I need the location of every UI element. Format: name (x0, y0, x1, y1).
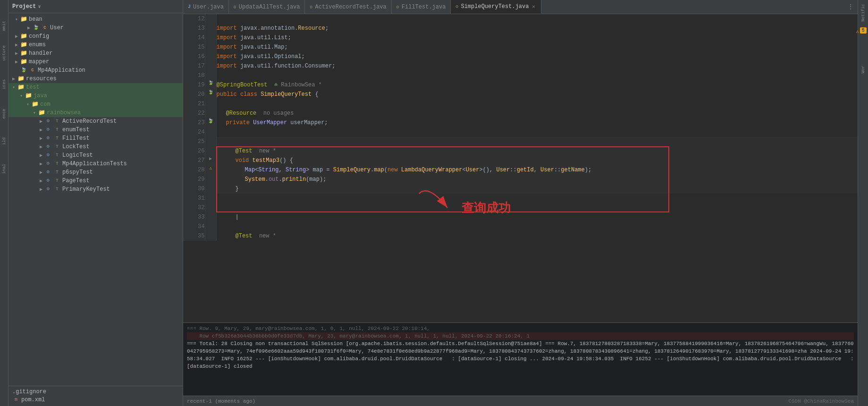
expand-arrow: ▶ (13, 59, 20, 65)
tree-item-pomxml[interactable]: m pom.xml (12, 396, 179, 404)
tree-item-enumtest[interactable]: ▶ ⚙ T enumTest (8, 126, 183, 134)
code-content[interactable]: Map<String, String> map = SimpleQuery.ma… (216, 165, 858, 175)
code-content[interactable]: import java.util.Map; (216, 42, 858, 52)
tree-item-bean[interactable]: ▾ 📁 bean (8, 15, 183, 24)
gutter-icon (205, 33, 216, 42)
expand-arrow: ▶ (38, 144, 44, 150)
tree-item-mp4app[interactable]: ▶ 🍃 C Mp4Application (8, 66, 183, 75)
tree-item-com[interactable]: ▾ 📁 com (8, 100, 183, 109)
structure-label[interactable]: ucture (1, 43, 8, 62)
line-number: 18 (183, 71, 205, 80)
services-label[interactable]: ices (1, 77, 8, 92)
tree-item-mapper[interactable]: ▶ 📁 mapper (8, 58, 183, 66)
sidebar-header: Project ∨ (8, 0, 183, 13)
line-number: 28 (183, 165, 205, 175)
code-content[interactable]: public class SimpleQueryTest { (216, 90, 858, 99)
code-content[interactable] (216, 14, 858, 24)
code-row-35: 35 @Test new * (183, 231, 858, 241)
test-icon: ⚙ (44, 143, 52, 151)
console-line: === Row. 9, Mary, 29, mary@rainbowsea.co… (187, 326, 430, 331)
class-icon: T (53, 143, 61, 151)
tree-item-java[interactable]: ▾ 📁 java (8, 92, 183, 100)
class-icon: T (53, 152, 61, 159)
code-content[interactable]: | (216, 212, 858, 222)
tab-more-button[interactable]: ⋮ (843, 0, 858, 14)
code-content[interactable] (216, 194, 858, 203)
tree-item-mp4apptests[interactable]: ▶ ⚙ T Mp4ApplicationTests (8, 160, 183, 168)
gutter-icon (205, 61, 216, 71)
code-content[interactable]: @Resource no usages (216, 109, 858, 118)
tree-label: User (50, 25, 64, 31)
tab-activerecord[interactable]: ⚙ ActiveRecordTest.java (305, 0, 391, 14)
line-number: 17 (183, 61, 205, 71)
tab-icon: ⚙ (396, 4, 399, 10)
tree-label: p6spyTest (62, 169, 93, 176)
code-row-20: 20 🍃 public class SimpleQueryTest { (183, 90, 858, 99)
tree-label: pom.xml (21, 397, 45, 403)
folder-icon: 📁 (17, 75, 25, 83)
code-content[interactable]: import java.util.List; (216, 33, 858, 42)
code-content[interactable] (216, 203, 858, 212)
tab-updataall[interactable]: ⚙ UpdataAllTest.java (229, 0, 305, 14)
tree-item-resources[interactable]: ▶ 📁 resources (8, 75, 183, 83)
tree-item-filltest[interactable]: ▶ ⚙ T FillTest (8, 134, 183, 143)
tree-item-gitignore[interactable]: .gitignore (12, 388, 179, 396)
tree-label: Mp4Application (38, 67, 85, 74)
code-content[interactable]: import java.util.function.Consumer; (216, 61, 858, 71)
tree-item-activerecordtest[interactable]: ▶ ⚙ T ActiveRecordTest (8, 117, 183, 126)
code-content[interactable] (216, 71, 858, 80)
code-content[interactable]: void testMap3() { (216, 156, 858, 165)
tree-item-user[interactable]: ▶ 🍃 C User (8, 24, 183, 32)
tree-label: java (34, 93, 47, 99)
tree-item-test[interactable]: ▾ 📁 test (8, 83, 183, 92)
code-content[interactable]: @Test new * (216, 231, 858, 241)
gutter-icon (205, 175, 216, 184)
code-content[interactable]: } (216, 184, 858, 194)
expand-arrow: ▶ (13, 42, 20, 48)
tab-close-icon[interactable]: ✕ (531, 3, 536, 10)
code-content[interactable]: @Test new * (216, 146, 858, 156)
code-content[interactable]: System.out.println(map); (216, 175, 858, 184)
expand-arrow: ▶ (38, 118, 44, 124)
console-line: Closing non transactional SqlSession [or… (230, 341, 542, 347)
commit-label[interactable]: mmit (1, 19, 8, 33)
tree-item-p6spy[interactable]: ▶ ⚙ T p6spyTest (8, 168, 183, 177)
expand-arrow: ▶ (38, 152, 44, 158)
line-number: 27 (183, 156, 205, 165)
code-content[interactable]: import java.util.Optional; (216, 52, 858, 61)
right-strip-label[interactable]: Wor (860, 64, 867, 75)
code-content[interactable] (216, 222, 858, 231)
code-content[interactable]: private UserMapper userMapper; (216, 118, 858, 127)
tree-label: LockTest (62, 144, 90, 150)
console-output[interactable]: === Row. 9, Mary, 29, mary@rainbowsea.co… (183, 323, 858, 396)
code-content[interactable] (216, 127, 858, 137)
warning-count: 5 (860, 27, 867, 34)
tree-item-enums[interactable]: ▶ 📁 enums (8, 41, 183, 49)
tree-item-pagetest[interactable]: ▶ ⚙ T PageTest (8, 177, 183, 185)
tab-filltest[interactable]: ⚙ FillTest.java (392, 0, 451, 14)
tab-simplequery[interactable]: ⚙ SimpleQueryTest.java ✕ (451, 0, 541, 14)
ence-label[interactable]: ence (1, 107, 8, 121)
code-row-29: 29 System.out.println(map); (183, 175, 858, 184)
expand-arrow: ▾ (13, 17, 20, 22)
code-content[interactable]: import javax.annotation.Resource; (216, 24, 858, 33)
code-content[interactable] (216, 99, 858, 109)
class-icon: C (29, 67, 36, 74)
tree-item-primarykeytest[interactable]: ▶ ⚙ T PrimaryKeyTest (8, 185, 183, 194)
tree-item-logictest[interactable]: ▶ ⚙ T LogicTest (8, 151, 183, 160)
inal-label[interactable]: inal (1, 162, 8, 176)
tree-item-locktest[interactable]: ▶ ⚙ T LockTest (8, 143, 183, 151)
code-row-13: 13 import javax.annotation.Resource; (183, 24, 858, 33)
tree-item-config[interactable]: ▶ 📁 config (8, 32, 183, 41)
tab-user-java[interactable]: J User.java (183, 0, 229, 14)
code-content[interactable]: @SpringBootTest ☘ RainbowSea * (216, 80, 858, 90)
code-content[interactable] (216, 137, 858, 146)
code-row-14: 14 import java.util.List; (183, 33, 858, 42)
tree-item-handler[interactable]: ▶ 📁 handler (8, 49, 183, 58)
ild-label[interactable]: ild (1, 135, 8, 147)
gutter-icon (205, 194, 216, 203)
tree-item-rainbowsea[interactable]: ▾ 📁 rainbowsea (8, 109, 183, 117)
tab-label: FillTest.java (402, 4, 446, 10)
line-number: 32 (183, 203, 205, 212)
class-icon: T (53, 169, 61, 176)
